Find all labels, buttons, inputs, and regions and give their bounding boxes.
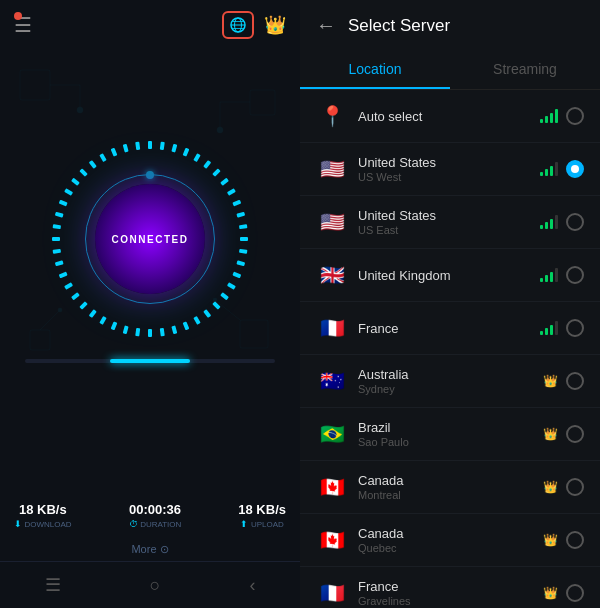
tab-streaming[interactable]: Streaming — [450, 51, 600, 89]
connected-core[interactable]: CONNECTED — [95, 184, 205, 294]
server-item[interactable]: 🇫🇷France — [300, 302, 600, 355]
duration-label: DURATION — [140, 520, 181, 529]
server-item[interactable]: 🇦🇺AustraliaSydney👑 — [300, 355, 600, 408]
radio-button[interactable] — [566, 584, 584, 602]
nav-menu-icon[interactable]: ☰ — [45, 574, 61, 596]
connected-label: CONNECTED — [112, 234, 189, 245]
download-value: 18 KB/s — [19, 502, 67, 517]
server-item[interactable]: 🇨🇦CanadaMontreal👑 — [300, 461, 600, 514]
upload-icon: ⬆ UPLOAD — [240, 519, 283, 529]
server-info: FranceGravelines — [358, 579, 543, 607]
radio-button[interactable] — [566, 107, 584, 125]
svg-point-14 — [217, 127, 223, 133]
server-item[interactable]: 🇺🇸United StatesUS West — [300, 143, 600, 196]
flag-icon: 🇺🇸 — [316, 153, 348, 185]
svg-rect-50 — [71, 292, 80, 300]
server-name: Auto select — [358, 109, 540, 124]
svg-rect-62 — [89, 160, 97, 169]
server-right-controls: 👑 — [543, 584, 584, 602]
radio-button[interactable] — [566, 213, 584, 231]
flag-icon: 🇺🇸 — [316, 206, 348, 238]
flag-icon: 🇫🇷 — [316, 312, 348, 344]
server-name: France — [358, 579, 543, 594]
svg-rect-51 — [64, 282, 73, 289]
svg-rect-61 — [79, 168, 87, 176]
right-header: ← Select Server — [300, 0, 600, 51]
stats-row: 18 KB/s ⬇ DOWNLOAD 00:00:36 ⏱ DURATION 1… — [0, 492, 300, 535]
flag-icon: 🇫🇷 — [316, 577, 348, 608]
download-stat: 18 KB/s ⬇ DOWNLOAD — [14, 502, 72, 529]
download-label: DOWNLOAD — [25, 520, 72, 529]
svg-rect-5 — [20, 70, 50, 100]
svg-rect-54 — [53, 249, 61, 254]
server-right-controls: 👑 — [543, 531, 584, 549]
flag-icon: 🇬🇧 — [316, 259, 348, 291]
radio-button[interactable] — [566, 160, 584, 178]
radio-button[interactable] — [566, 319, 584, 337]
nav-back-icon[interactable]: ‹ — [249, 575, 255, 596]
svg-rect-43 — [148, 329, 152, 337]
server-sublabel: US West — [358, 171, 540, 183]
svg-rect-66 — [135, 142, 140, 150]
server-item[interactable]: 🇧🇷BrazilSao Paulo👑 — [300, 408, 600, 461]
server-right-controls — [540, 107, 584, 125]
svg-rect-19 — [148, 141, 152, 149]
svg-rect-40 — [183, 321, 190, 330]
server-item[interactable]: 🇺🇸United StatesUS East — [300, 196, 600, 249]
server-name: France — [358, 321, 540, 336]
svg-rect-34 — [232, 272, 241, 279]
server-right-controls: 👑 — [543, 372, 584, 390]
server-name: United States — [358, 208, 540, 223]
server-item[interactable]: 🇨🇦CanadaQuebec👑 — [300, 514, 600, 567]
svg-rect-60 — [71, 178, 80, 186]
server-item[interactable]: 🇬🇧United Kingdom — [300, 249, 600, 302]
server-sublabel: Sao Paulo — [358, 436, 543, 448]
server-info: AustraliaSydney — [358, 367, 543, 395]
radio-button[interactable] — [566, 266, 584, 284]
server-info: BrazilSao Paulo — [358, 420, 543, 448]
server-sublabel: Montreal — [358, 489, 543, 501]
crown-icon[interactable]: 👑 — [264, 14, 286, 36]
svg-rect-39 — [193, 316, 200, 325]
server-name: United States — [358, 155, 540, 170]
svg-rect-57 — [55, 212, 64, 218]
signal-icon — [540, 268, 558, 282]
svg-rect-52 — [59, 272, 68, 279]
progress-bar — [25, 359, 275, 363]
left-navigation: ☰ ○ ‹ — [0, 561, 300, 608]
server-name: Canada — [358, 473, 543, 488]
svg-rect-58 — [59, 200, 68, 207]
svg-rect-48 — [89, 309, 97, 318]
vpn-display: // generate tick marks inline via SVG — [0, 50, 300, 492]
duration-value: 00:00:36 — [129, 502, 181, 517]
globe-button[interactable] — [222, 11, 254, 39]
more-button[interactable]: More ⊙ — [131, 543, 168, 556]
connection-ring: // generate tick marks inline via SVG — [50, 139, 250, 339]
server-info: Auto select — [358, 109, 540, 124]
radio-inner — [571, 165, 579, 173]
radio-button[interactable] — [566, 478, 584, 496]
flag-icon: 🇦🇺 — [316, 365, 348, 397]
svg-rect-37 — [212, 301, 220, 309]
svg-rect-49 — [79, 301, 87, 309]
server-item[interactable]: 🇫🇷FranceGravelines👑 — [300, 567, 600, 608]
duration-icon: ⏱ DURATION — [129, 519, 182, 529]
svg-point-13 — [77, 107, 83, 113]
server-info: United Kingdom — [358, 268, 540, 283]
radio-button[interactable] — [566, 372, 584, 390]
svg-rect-44 — [135, 328, 140, 336]
upload-stat: 18 KB/s ⬆ UPLOAD — [238, 502, 286, 529]
nav-home-icon[interactable]: ○ — [150, 575, 161, 596]
server-item[interactable]: 📍Auto select — [300, 90, 600, 143]
svg-rect-42 — [160, 328, 165, 336]
radio-button[interactable] — [566, 425, 584, 443]
svg-rect-27 — [227, 188, 236, 195]
server-sublabel: US East — [358, 224, 540, 236]
left-panel: ☰ 👑 — [0, 0, 300, 608]
back-arrow-icon[interactable]: ← — [316, 14, 336, 37]
premium-crown-icon: 👑 — [543, 374, 558, 388]
header-icons: 👑 — [222, 11, 286, 39]
radio-button[interactable] — [566, 531, 584, 549]
tab-location[interactable]: Location — [300, 51, 450, 89]
svg-rect-38 — [203, 309, 211, 318]
